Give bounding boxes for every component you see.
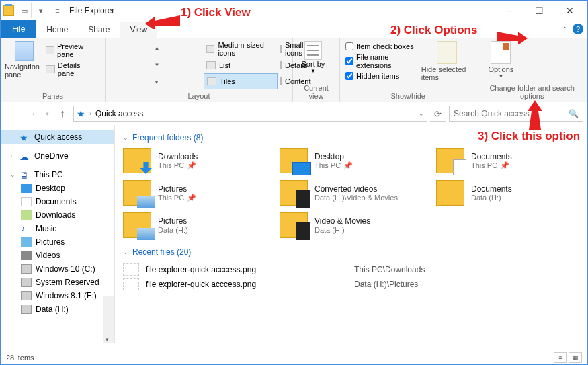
file-row[interactable]: file explorer-quick acccess.pngData (H:)… xyxy=(123,277,579,292)
group-current-view: Sort by ▼ Current view xyxy=(293,38,340,102)
file-icon xyxy=(123,278,139,290)
group-panes: Navigation pane Preview pane Details pan… xyxy=(1,38,106,102)
folder-item[interactable]: Converted videosData (H:)\Video & Movies xyxy=(280,180,423,206)
tree-downloads[interactable]: Downloads xyxy=(1,208,114,222)
tree-drive-h[interactable]: Data (H:) xyxy=(1,302,114,316)
ribbon: Navigation pane Preview pane Details pan… xyxy=(1,38,587,102)
tree-onedrive[interactable]: ›☁OneDrive xyxy=(1,149,114,163)
details-view-button[interactable]: ≡ xyxy=(554,352,567,363)
folder-icon xyxy=(436,148,464,173)
quick-access-star-icon: ★ xyxy=(77,108,85,119)
tree-drive-f[interactable]: Windows 8.1 (F:) xyxy=(1,289,114,302)
folder-icon xyxy=(280,148,308,173)
search-icon: 🔍 xyxy=(569,109,579,118)
app-icon xyxy=(3,5,14,16)
address-bar-row: ← → ▾ ↑ ★ › Quick access ⌄ ⟳ Search Quic… xyxy=(1,102,587,125)
layout-list[interactable]: List xyxy=(204,57,278,73)
tree-quick-access[interactable]: ★Quick access xyxy=(1,130,114,144)
folder-item[interactable]: PicturesThis PC📌 xyxy=(123,180,266,206)
group-options: Options ▼ Change folder and search optio… xyxy=(476,38,587,102)
tab-home[interactable]: Home xyxy=(36,22,78,38)
hide-selected-icon xyxy=(437,41,457,64)
tree-documents[interactable]: Documents xyxy=(1,195,114,208)
address-bar[interactable]: ★ › Quick access ⌄ xyxy=(73,106,427,122)
options-icon xyxy=(491,41,511,64)
tree-music[interactable]: ♪Music xyxy=(1,222,114,235)
file-row[interactable]: file explorer-quick acccess.pngThis PC\D… xyxy=(123,262,579,277)
address-dropdown-icon[interactable]: ⌄ xyxy=(419,110,424,117)
recent-locations-button[interactable]: ▾ xyxy=(42,106,52,122)
folder-item[interactable]: DocumentsThis PC📌 xyxy=(436,148,579,173)
tree-drive-sys[interactable]: System Reserved xyxy=(1,276,114,289)
large-icons-view-button[interactable]: ▦ xyxy=(569,352,582,363)
file-icon xyxy=(123,263,139,276)
minimize-button[interactable]: ─ xyxy=(494,1,524,20)
folder-item[interactable]: DesktopThis PC📌 xyxy=(280,148,423,173)
folder-item[interactable]: DocumentsData (H:) xyxy=(436,180,579,206)
hidden-items-toggle[interactable]: Hidden items xyxy=(345,72,420,80)
folder-icon xyxy=(123,148,151,173)
folder-item[interactable]: DownloadsThis PC📌 xyxy=(123,148,266,173)
change-folder-options[interactable]: Change folder and search options xyxy=(480,83,583,102)
folder-item[interactable]: Video & MoviesData (H:) xyxy=(280,212,423,238)
minimize-ribbon-icon[interactable]: ⌃ xyxy=(562,26,567,33)
layout-content[interactable]: Content xyxy=(278,73,288,89)
status-bar: 28 items ≡ ▦ xyxy=(1,350,587,364)
item-checkboxes-toggle[interactable]: Item check boxes xyxy=(345,42,420,50)
layout-medium-icons[interactable]: Medium-sized icons xyxy=(204,41,278,57)
tree-this-pc[interactable]: ⌄🖥This PC xyxy=(1,168,114,181)
tab-share[interactable]: Share xyxy=(78,22,120,38)
help-icon[interactable]: ? xyxy=(573,24,583,34)
group-layout: Medium-sized icons Small icons ▲▼▾ List … xyxy=(106,38,293,102)
folder-icon xyxy=(280,180,308,206)
layout-details[interactable]: Details xyxy=(278,57,288,73)
qat-properties-icon[interactable]: ▭ xyxy=(17,3,32,18)
search-box[interactable]: Search Quick access 🔍 xyxy=(449,106,583,122)
back-button[interactable]: ← xyxy=(5,106,21,122)
navigation-pane-icon xyxy=(15,41,34,61)
titlebar: ▭ ▾ ≡ File Explorer ─ ☐ ✕ xyxy=(1,1,587,21)
recent-files-header[interactable]: ⌄Recent files (20) xyxy=(123,247,579,257)
details-pane-button[interactable]: Details pane xyxy=(46,61,98,77)
preview-pane-icon xyxy=(46,46,54,54)
tab-file[interactable]: File xyxy=(1,20,36,38)
qat-new-folder-icon[interactable]: ▾ xyxy=(34,3,48,18)
maximize-button[interactable]: ☐ xyxy=(524,1,554,20)
tree-desktop[interactable]: Desktop xyxy=(1,181,114,195)
window-title: File Explorer xyxy=(69,6,114,15)
tree-pictures[interactable]: Pictures xyxy=(1,235,114,249)
item-count: 28 items xyxy=(6,354,34,362)
forward-button[interactable]: → xyxy=(24,106,40,122)
folder-item[interactable]: PicturesData (H:) xyxy=(123,212,266,238)
quick-access-toolbar: ▭ ▾ ≡ xyxy=(17,3,65,18)
main-area: ★Quick access ›☁OneDrive ⌄🖥This PC Deskt… xyxy=(1,125,587,343)
sort-by-button[interactable]: Sort by ▼ xyxy=(297,41,329,83)
folder-icon xyxy=(123,212,151,238)
tree-videos[interactable]: Videos xyxy=(1,249,114,262)
layout-small-icons[interactable]: Small icons xyxy=(278,41,288,57)
options-button[interactable]: Options ▼ xyxy=(480,41,521,83)
content-pane[interactable]: ⌄Frequent folders (8) DownloadsThis PC📌 … xyxy=(115,125,587,343)
file-extensions-toggle[interactable]: File name extensions xyxy=(345,53,420,69)
refresh-button[interactable]: ⟳ xyxy=(430,106,446,122)
sort-icon xyxy=(304,41,322,60)
folder-icon xyxy=(280,212,308,238)
tree-drive-c[interactable]: Windows 10 (C:) xyxy=(1,262,114,276)
ribbon-tabs: File Home Share View ⌃ ? xyxy=(1,21,587,38)
qat-customize-icon[interactable]: ≡ xyxy=(50,3,65,18)
navigation-pane-button[interactable]: Navigation pane xyxy=(5,41,43,91)
up-button[interactable]: ↑ xyxy=(54,106,71,122)
folder-icon xyxy=(436,180,464,206)
close-button[interactable]: ✕ xyxy=(554,1,585,20)
folder-icon xyxy=(123,180,151,206)
window-controls: ─ ☐ ✕ xyxy=(494,1,585,20)
frequent-folders-header[interactable]: ⌄Frequent folders (8) xyxy=(123,133,579,143)
tree-scrollbar[interactable] xyxy=(103,296,114,343)
tab-view[interactable]: View xyxy=(120,22,157,38)
details-pane-icon xyxy=(46,65,55,73)
layout-tiles[interactable]: Tiles xyxy=(204,73,278,89)
preview-pane-button[interactable]: Preview pane xyxy=(46,42,98,58)
group-show-hide: Item check boxes File name extensions Hi… xyxy=(340,38,476,102)
hide-selected-button[interactable]: Hide selected items xyxy=(421,41,472,91)
navigation-tree[interactable]: ★Quick access ›☁OneDrive ⌄🖥This PC Deskt… xyxy=(1,125,115,343)
